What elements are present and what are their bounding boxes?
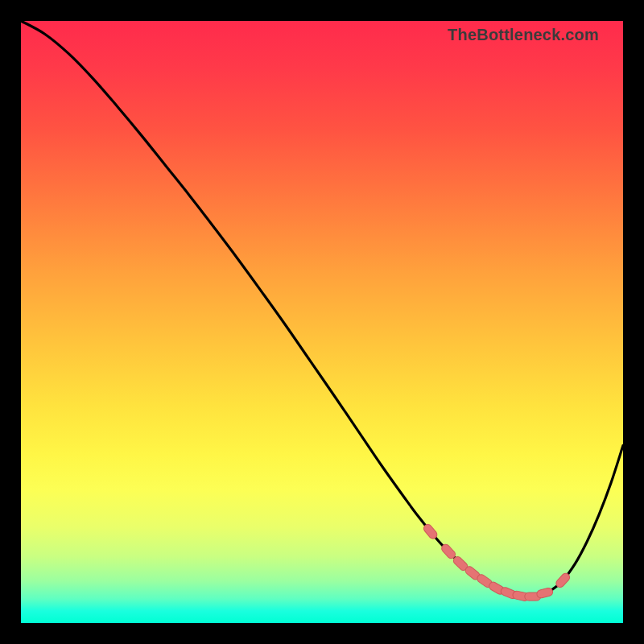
bottleneck-curve [21,21,623,597]
marker-dash [422,522,438,540]
flat-region-markers [422,522,571,601]
marker-dash [536,587,554,599]
curve-svg [21,21,623,623]
marker-dash [555,572,572,589]
marker-dash [440,543,457,559]
chart-container: TheBottleneck.com [0,0,644,644]
plot-area: TheBottleneck.com [21,21,623,623]
